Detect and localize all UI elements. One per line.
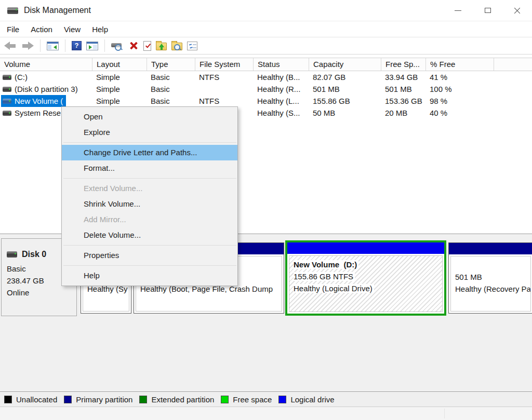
volume-drive-icon xyxy=(3,99,11,104)
cell-type: Basic xyxy=(147,97,195,105)
menu-item-properties[interactable]: Properties xyxy=(62,248,237,263)
volume-drive-icon xyxy=(3,111,11,116)
maximize-button[interactable] xyxy=(473,0,502,21)
cell-layout: Simple xyxy=(92,85,147,93)
partition-block-recovery[interactable]: 501 MB Healthy (Recovery Pa xyxy=(448,242,532,314)
legend-item-logical-drive: Logical drive xyxy=(278,395,334,404)
free-space-swatch xyxy=(221,396,229,403)
column-header-type[interactable]: Type xyxy=(147,58,195,71)
volume-name: System Rese xyxy=(15,109,61,117)
toolbar xyxy=(0,37,532,55)
legend-bar: Unallocated Primary partition Extended p… xyxy=(0,391,532,407)
menu-item-format[interactable]: Format... xyxy=(62,160,237,176)
cell-capacity: 50 MB xyxy=(309,109,381,117)
toolbar-separator xyxy=(40,39,41,52)
menu-item-explore[interactable]: Explore xyxy=(62,125,237,140)
cell-status: Healthy (B... xyxy=(254,73,309,82)
cell-free-space: 20 MB xyxy=(381,109,426,117)
partition-block-new-volume-selected[interactable]: New Volume (D:) 155.86 GB NTFS Healthy (… xyxy=(285,240,446,316)
cell-free-space: 501 MB xyxy=(381,85,426,93)
cell-type: Basic xyxy=(147,73,195,82)
menu-item-shrink-volume[interactable]: Shrink Volume... xyxy=(62,196,237,212)
column-header-status[interactable]: Status xyxy=(254,58,309,71)
legend-item-primary-partition: Primary partition xyxy=(64,395,132,404)
menu-action[interactable]: Action xyxy=(31,25,52,34)
checklist-icon[interactable] xyxy=(187,42,197,50)
back-icon[interactable] xyxy=(4,42,17,50)
legend-item-extended-partition: Extended partition xyxy=(139,395,214,404)
volume-name: New Volume ( xyxy=(15,97,63,105)
app-disk-icon xyxy=(7,7,18,14)
menu-separator xyxy=(63,245,236,246)
statusbar-divider xyxy=(444,409,445,418)
disk-magnifier-icon[interactable] xyxy=(111,42,124,50)
status-strip xyxy=(0,407,532,420)
menu-view[interactable]: View xyxy=(64,25,81,34)
menu-item-open[interactable]: Open xyxy=(62,109,237,125)
disk-management-window: Disk Management File Action View Help Vo… xyxy=(0,0,532,420)
disk-status: Online xyxy=(7,287,76,299)
cell-layout: Simple xyxy=(92,73,147,82)
document-check-icon[interactable] xyxy=(143,41,151,51)
close-button[interactable] xyxy=(502,0,532,21)
cell-status: Healthy (S... xyxy=(254,109,309,117)
table-row-selected[interactable]: New Volume ( Simple Basic NTFS Healthy (… xyxy=(0,95,532,107)
cell-free-space: 153.36 GB xyxy=(381,97,426,105)
cell-pct-free: 40 % xyxy=(426,109,494,117)
cell-file-system: NTFS xyxy=(195,73,254,82)
folder-up-arrow-icon[interactable] xyxy=(156,43,167,50)
menu-separator xyxy=(63,265,236,266)
menu-item-help[interactable]: Help xyxy=(62,268,237,283)
help-icon[interactable] xyxy=(72,41,82,50)
column-header-empty[interactable] xyxy=(494,58,532,71)
titlebar: Disk Management xyxy=(0,0,532,21)
column-header-free-space[interactable]: Free Sp... xyxy=(381,58,426,71)
cell-file-system: NTFS xyxy=(195,97,254,105)
partition-stripe xyxy=(287,242,444,254)
cell-pct-free: 41 % xyxy=(426,73,494,82)
toolbar-separator xyxy=(104,39,105,52)
partition-content: 501 MB Healthy (Recovery Pa xyxy=(450,256,531,311)
menu-separator xyxy=(63,178,236,179)
cell-pct-free: 98 % xyxy=(426,97,494,105)
table-row[interactable]: (Disk 0 partition 3) Simple Basic Health… xyxy=(0,83,532,95)
cell-capacity: 155.86 GB xyxy=(309,97,381,105)
menu-separator xyxy=(63,142,236,143)
menu-file[interactable]: File xyxy=(7,25,19,34)
table-row[interactable]: (C:) Simple Basic NTFS Healthy (B... 82.… xyxy=(0,71,532,83)
column-header-capacity[interactable]: Capacity xyxy=(309,58,381,71)
legend-item-free-space: Free space xyxy=(221,395,272,404)
forward-icon[interactable] xyxy=(21,42,34,50)
menu-item-extend-volume: Extend Volume... xyxy=(62,181,237,196)
window-controls xyxy=(443,0,532,21)
toolbar-separator xyxy=(65,39,65,52)
column-header-layout[interactable]: Layout xyxy=(92,58,147,71)
logical-drive-swatch xyxy=(278,396,286,403)
menu-item-delete-volume[interactable]: Delete Volume... xyxy=(62,227,237,243)
volume-drive-icon xyxy=(3,87,11,92)
partition-stripe xyxy=(449,243,532,254)
cell-pct-free: 100 % xyxy=(426,85,494,93)
cell-status: Healthy (R... xyxy=(254,85,309,93)
volume-drive-icon xyxy=(3,75,11,80)
action-pane-icon[interactable] xyxy=(86,42,98,50)
menu-item-change-drive-letter[interactable]: Change Drive Letter and Paths... xyxy=(62,145,237,160)
volume-name: (Disk 0 partition 3) xyxy=(15,85,78,93)
primary-partition-swatch xyxy=(64,396,72,403)
column-header-file-system[interactable]: File System xyxy=(195,58,254,71)
menu-help[interactable]: Help xyxy=(92,25,108,34)
cell-type: Basic xyxy=(147,85,195,93)
folder-magnifier-icon[interactable] xyxy=(171,43,182,50)
partition-content: New Volume (D:) 155.86 GB NTFS Healthy (… xyxy=(289,255,443,312)
volume-name: (C:) xyxy=(15,73,28,82)
cell-capacity: 82.07 GB xyxy=(309,73,381,82)
cell-layout: Simple xyxy=(92,97,147,105)
console-tree-icon[interactable] xyxy=(47,42,59,50)
column-header-pct-free[interactable]: % Free xyxy=(426,58,494,71)
minimize-button[interactable] xyxy=(443,0,473,21)
disk-name: Disk 0 xyxy=(22,250,46,259)
cell-status: Healthy (L... xyxy=(254,97,309,105)
delete-red-x-icon[interactable] xyxy=(128,41,139,50)
column-header-volume[interactable]: Volume xyxy=(0,58,92,71)
legend-item-unallocated: Unallocated xyxy=(4,395,57,404)
